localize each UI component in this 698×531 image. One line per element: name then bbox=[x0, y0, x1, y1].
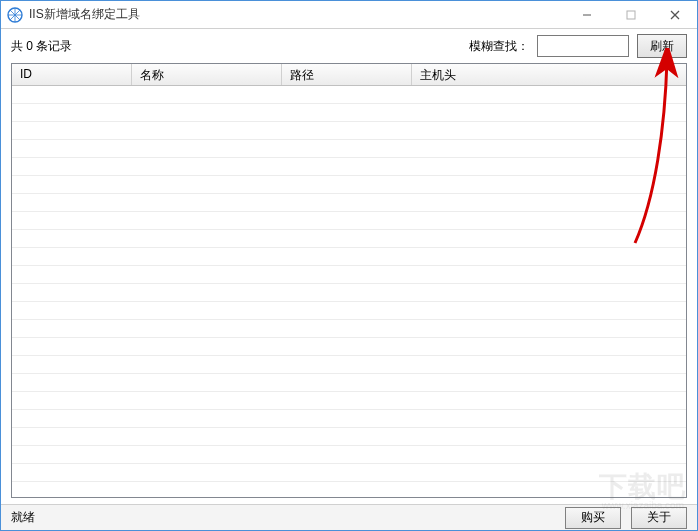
status-text: 就绪 bbox=[11, 509, 35, 526]
refresh-button[interactable]: 刷新 bbox=[637, 34, 687, 58]
window-controls bbox=[565, 1, 697, 28]
app-window: IIS新增域名绑定工具 共 0 条记录 模糊查找： 刷新 ID 名称 路径 主机… bbox=[0, 0, 698, 531]
minimize-button[interactable] bbox=[565, 1, 609, 28]
record-count-label: 共 0 条记录 bbox=[11, 38, 72, 55]
close-button[interactable] bbox=[653, 1, 697, 28]
titlebar: IIS新增域名绑定工具 bbox=[1, 1, 697, 29]
buy-button[interactable]: 购买 bbox=[565, 507, 621, 529]
table-gridlines bbox=[12, 86, 686, 497]
column-header-name[interactable]: 名称 bbox=[132, 64, 282, 85]
table-header: ID 名称 路径 主机头 bbox=[12, 64, 686, 86]
column-header-path[interactable]: 路径 bbox=[282, 64, 412, 85]
app-icon bbox=[7, 7, 23, 23]
svg-rect-2 bbox=[627, 11, 635, 19]
toolbar: 共 0 条记录 模糊查找： 刷新 bbox=[1, 29, 697, 63]
window-title: IIS新增域名绑定工具 bbox=[29, 6, 140, 23]
maximize-button[interactable] bbox=[609, 1, 653, 28]
about-button[interactable]: 关于 bbox=[631, 507, 687, 529]
table-body[interactable] bbox=[12, 86, 686, 497]
data-table: ID 名称 路径 主机头 bbox=[11, 63, 687, 498]
statusbar: 就绪 购买 关于 bbox=[1, 504, 697, 530]
search-label: 模糊查找： bbox=[469, 38, 529, 55]
column-header-host[interactable]: 主机头 bbox=[412, 64, 686, 85]
column-header-id[interactable]: ID bbox=[12, 64, 132, 85]
search-input[interactable] bbox=[537, 35, 629, 57]
